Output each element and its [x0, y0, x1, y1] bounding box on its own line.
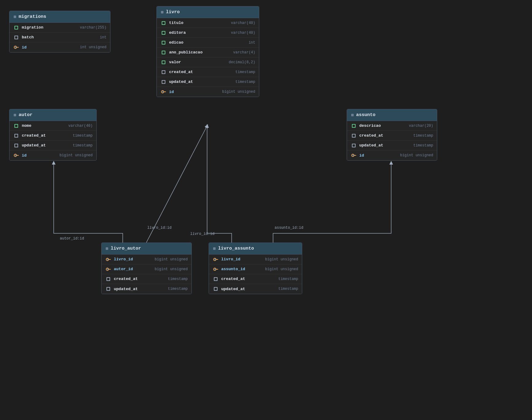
table-autor: ⊞ autor nome varchar(40) created_at time… [9, 109, 97, 161]
table-livro-header: ⊞ livro [157, 6, 259, 18]
col-name: assunto_id [221, 267, 265, 271]
col-icon [160, 80, 167, 84]
svg-point-12 [353, 155, 354, 156]
table-row: created_at timestamp [157, 67, 259, 77]
col-type: bigint unsigned [155, 267, 188, 271]
key-icon [213, 267, 219, 272]
svg-rect-17 [109, 269, 111, 270]
col-type: int [100, 35, 106, 40]
table-row: descricao varchar(20) [347, 121, 437, 131]
table-assunto-header: ⊞ assunto [347, 109, 437, 121]
col-icon [160, 70, 167, 75]
table-assunto-name: assunto [356, 112, 376, 118]
col-name: id [169, 90, 222, 94]
table-autor-name: autor [19, 112, 33, 118]
table-row: updated_at timestamp [10, 141, 96, 150]
col-name: migration [22, 25, 80, 30]
table-row: livro_id bigint unsigned [209, 255, 302, 264]
col-type: timestamp [413, 134, 433, 138]
table-assunto: ⊞ assunto descricao varchar(20) created_… [347, 109, 437, 161]
table-livro-autor-body: livro_id bigint unsigned autor_id bigint… [102, 255, 191, 294]
col-name: created_at [359, 133, 413, 138]
table-livro-name: livro [166, 10, 180, 15]
key-icon [351, 153, 357, 158]
table-livro-autor-name: livro_autor [111, 246, 141, 251]
table-row: livro_id bigint unsigned [102, 255, 191, 264]
col-name: titulo [169, 21, 231, 25]
table-autor-body: nome varchar(40) created_at timestamp up… [10, 121, 96, 160]
col-icon [105, 286, 111, 291]
label-livro-id-1: livro_id:id [147, 226, 172, 230]
col-icon [105, 277, 111, 282]
col-type: bigint unsigned [265, 267, 298, 271]
col-type: bigint unsigned [222, 90, 255, 94]
col-type: int unsigned [80, 45, 106, 49]
table-autor-icon: ⊞ [14, 113, 16, 118]
col-type: varchar(4) [233, 50, 255, 55]
svg-point-21 [214, 259, 216, 260]
table-livro-assunto-body: livro_id bigint unsigned assunto_id bigi… [209, 255, 302, 294]
col-name: id [22, 153, 60, 158]
label-autor-id: autor_id:id [60, 236, 84, 241]
table-row: autor_id bigint unsigned [102, 264, 191, 274]
col-type: varchar(20) [409, 124, 433, 128]
col-type: varchar(255) [80, 25, 106, 30]
key-icon [105, 257, 111, 262]
table-migrations-header: ⊞ migrations [10, 11, 110, 23]
table-row: ano_publicacao varchar(4) [157, 48, 259, 57]
table-row: batch int [10, 33, 110, 42]
col-type: timestamp [168, 277, 188, 281]
table-row: id bigint unsigned [347, 150, 437, 160]
svg-point-6 [162, 91, 164, 92]
svg-rect-14 [109, 259, 111, 260]
table-row: assunto_id bigint unsigned [209, 264, 302, 274]
table-livro-autor: ⊞ livro_autor livro_id bigint unsigned a… [101, 243, 192, 294]
table-row: updated_at timestamp [209, 284, 302, 294]
svg-point-9 [15, 155, 16, 156]
table-row: edicao int [157, 38, 259, 48]
col-icon [160, 30, 167, 35]
label-assunto-id: assunto_id:id [275, 226, 303, 230]
col-name: batch [22, 35, 100, 40]
table-row: id int unsigned [10, 42, 110, 52]
table-row: created_at timestamp [347, 131, 437, 141]
col-type: bigint unsigned [155, 257, 188, 262]
col-icon [13, 25, 19, 30]
col-type: timestamp [235, 80, 255, 84]
table-row: created_at timestamp [102, 274, 191, 284]
col-icon [213, 277, 219, 282]
table-autor-header: ⊞ autor [10, 109, 96, 121]
col-name: id [359, 153, 400, 158]
col-icon [160, 21, 167, 25]
table-livro-assunto-name: livro_assunto [218, 246, 254, 251]
col-type: bigint unsigned [265, 257, 298, 262]
col-type: timestamp [168, 287, 188, 291]
col-icon [351, 123, 357, 128]
table-livro: ⊞ livro titulo varchar(40) editora varch… [156, 6, 259, 97]
col-icon [160, 50, 167, 55]
svg-point-3 [15, 47, 16, 48]
col-name: updated_at [359, 143, 413, 148]
col-name: id [22, 45, 80, 50]
table-row: updated_at timestamp [102, 284, 191, 294]
col-name: livro_id [114, 257, 155, 262]
table-row: migration varchar(255) [10, 23, 110, 33]
col-type: timestamp [235, 70, 255, 74]
col-name: created_at [22, 133, 73, 138]
table-livro-autor-icon: ⊞ [106, 246, 108, 251]
col-icon [160, 40, 167, 45]
col-type: decimal(8,2) [229, 60, 255, 64]
svg-line-0 [146, 126, 207, 243]
table-row: id bigint unsigned [157, 87, 259, 97]
col-type: varchar(40) [68, 124, 93, 128]
col-name: updated_at [22, 143, 73, 148]
col-icon [351, 133, 357, 138]
col-name: descricao [359, 123, 409, 128]
col-name: ano_publicacao [169, 50, 233, 55]
diagram-canvas: livro_id:id autor_id:id livro_id:id assu… [0, 0, 532, 420]
svg-rect-11 [354, 155, 356, 156]
table-row: updated_at timestamp [157, 77, 259, 87]
col-type: timestamp [413, 143, 433, 148]
table-row: created_at timestamp [10, 131, 96, 141]
table-row: editora varchar(40) [157, 28, 259, 38]
